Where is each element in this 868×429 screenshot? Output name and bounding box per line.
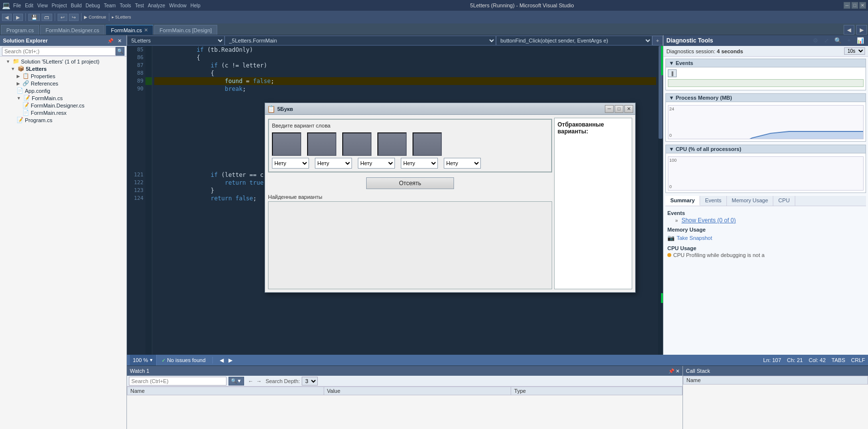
menu-debug[interactable]: Debug — [85, 3, 100, 8]
menu-tools[interactable]: Tools — [120, 3, 131, 8]
menu-view[interactable]: View — [37, 3, 48, 8]
method-dropdown[interactable]: buttonFind_Click(object sender, EventArg… — [496, 36, 652, 45]
letter-dropdown-3[interactable]: Нету — [358, 158, 395, 169]
status-zoom[interactable]: 100 % ▼ — [130, 355, 157, 365]
toolbar-forward[interactable]: ▶ — [13, 14, 23, 21]
letter-dropdown-5[interactable]: Нету — [444, 158, 481, 169]
class-dropdown[interactable]: 5Letters — [127, 36, 225, 45]
tab-scroll-left[interactable]: ◀ — [844, 25, 854, 35]
watch-header-row: Name Value Type — [127, 387, 682, 395]
menu-analyze[interactable]: Analyze — [148, 3, 165, 8]
watch-table: Name Value Type — [127, 386, 682, 429]
pause-button[interactable]: ‖ — [668, 69, 677, 77]
diag-tab-memory-usage[interactable]: Memory Usage — [727, 196, 774, 206]
tree-item-solution[interactable]: ▼ 📁 Solution '5Letters' (1 of 1 project) — [0, 58, 126, 65]
letter-input-3[interactable] — [342, 132, 372, 156]
status-bar: 100 % ▼ ✓ No issues found ◀ ▶ Ln: 107 Ch… — [127, 355, 868, 365]
app-maximize-button[interactable]: □ — [615, 105, 623, 113]
tree-item-5letters[interactable]: ▼ 📦 5Letters — [0, 65, 126, 72]
tree-item-references[interactable]: ▶ 🔗 References — [0, 80, 126, 87]
watch-pin-button[interactable]: 📌 — [668, 368, 674, 374]
toolbar-back[interactable]: ◀ — [2, 14, 12, 21]
show-events-link[interactable]: Show Events (0 of 0) — [682, 217, 736, 224]
letter-input-1[interactable] — [272, 132, 301, 156]
window-title: 5Letters (Running) - Microsoft Visual St… — [201, 2, 844, 8]
menu-project[interactable]: Project — [52, 3, 67, 8]
watch-search-input[interactable] — [129, 377, 227, 386]
letter-dropdown-4[interactable]: Нету — [401, 158, 438, 169]
tab-formmain-cs[interactable]: FormMain.cs ✕ — [105, 25, 153, 35]
letter-input-4[interactable] — [377, 132, 407, 156]
diag-tab-summary[interactable]: Summary — [665, 196, 700, 206]
callstack-panel: Call Stack Name — [682, 366, 868, 429]
diag-events-body: ‖ — [665, 67, 866, 90]
nav-add-button[interactable]: + — [652, 36, 663, 45]
tab-scroll-right[interactable]: ▶ — [856, 25, 867, 35]
minimize-button[interactable]: ─ — [844, 2, 850, 9]
toolbar-debug-text: ▶ Continue — [84, 15, 106, 20]
panel-close-button[interactable]: ✕ — [116, 37, 124, 44]
diag-memory-header[interactable]: ▼ Process Memory (MB) — [665, 93, 866, 102]
diag-detach-button[interactable]: ⤢ — [822, 36, 831, 45]
filter-button[interactable]: Отсеять — [366, 177, 454, 189]
editor-diag-row: 5Letters _5Letters.FormMain buttonFind_C… — [127, 35, 868, 355]
expand-arrow-icon: ▶ — [17, 81, 20, 86]
vs-title-bar: 💻 File Edit View Project Build Debug Tea… — [0, 0, 868, 11]
tree-item-formmain-designer[interactable]: 📝 FormMain.Designer.cs — [0, 102, 126, 109]
pin-button[interactable]: 📌 — [106, 37, 114, 44]
tree-item-properties[interactable]: ▶ 📋 Properties — [0, 72, 126, 80]
diag-tab-cpu[interactable]: CPU — [773, 196, 795, 206]
diag-zoomin-button[interactable]: + — [844, 36, 854, 45]
letter-dropdown-1[interactable]: Нету — [272, 158, 309, 169]
solution-search-input[interactable] — [2, 47, 116, 56]
results-label: Найденные варианты — [268, 194, 552, 200]
collapse-arrow-icon: ▼ — [669, 60, 674, 66]
tree-item-formmain-resx[interactable]: 📄 FormMain.resx — [0, 109, 126, 116]
letter-input-2[interactable] — [307, 132, 336, 156]
tab-program-cs[interactable]: Program.cs — [1, 25, 39, 35]
solution-search-button[interactable]: 🔍 — [116, 47, 124, 56]
toolbar-save[interactable]: 💾 — [28, 14, 40, 21]
watch-search-button[interactable]: 🔍▼ — [228, 377, 244, 386]
member-dropdown[interactable]: _5Letters.FormMain — [225, 36, 496, 45]
tree-item-program-cs[interactable]: 📝 Program.cs — [0, 116, 126, 124]
tab-formmain-designer[interactable]: FormMain.Designer.cs — [40, 25, 104, 35]
toolbar-undo[interactable]: ↩ — [58, 14, 67, 21]
menu-build[interactable]: Build — [71, 3, 82, 8]
tab-close-icon[interactable]: ✕ — [144, 27, 148, 33]
menu-edit[interactable]: Edit — [25, 3, 33, 8]
diag-events-header[interactable]: ▼ Events — [665, 59, 866, 67]
app-close-button[interactable]: ✕ — [624, 105, 633, 113]
letter-input-5[interactable] — [413, 132, 442, 156]
diag-settings-button[interactable]: ⚙ — [810, 36, 820, 45]
menu-file[interactable]: File — [13, 3, 21, 8]
diag-chart-button[interactable]: 📊 — [855, 36, 865, 45]
close-button[interactable]: ✕ — [859, 2, 866, 9]
take-snapshot-button[interactable]: 📷 Take Snapshot — [667, 234, 712, 242]
diag-cpu-header[interactable]: ▼ CPU (% of all processors) — [665, 145, 866, 153]
diag-tab-events[interactable]: Events — [700, 196, 727, 206]
diag-search-button[interactable]: 🔍 — [833, 36, 843, 45]
toolbar-redo[interactable]: ↪ — [69, 14, 79, 21]
nav-forward-icon[interactable]: ▶ — [228, 357, 232, 364]
results-box — [268, 201, 552, 289]
scroll-gutter[interactable] — [658, 46, 663, 355]
toolbar-saveall[interactable]: 🗃 — [41, 14, 52, 21]
tree-label: FormMain.cs — [32, 95, 63, 101]
tree-item-appconfig[interactable]: 📄 App.config — [0, 87, 126, 94]
tab-formmain-design[interactable]: FormMain.cs [Design] — [154, 25, 217, 35]
nav-back-icon[interactable]: ◀ — [220, 357, 224, 364]
search-depth-select[interactable]: 3 — [302, 377, 318, 386]
watch-close-button[interactable]: ✕ — [676, 368, 680, 374]
letter-dropdown-2[interactable]: Нету — [315, 158, 352, 169]
toolbar-sep1 — [25, 13, 26, 21]
diag-time-select[interactable]: 10s — [844, 47, 865, 55]
menu-help[interactable]: Help — [190, 3, 201, 8]
editor-right-wrapper: 5Letters _5Letters.FormMain buttonFind_C… — [127, 35, 868, 429]
tree-item-formmain-cs[interactable]: ▼ 📝 FormMain.cs — [0, 94, 126, 102]
app-minimize-button[interactable]: ─ — [605, 105, 614, 113]
maximize-button[interactable]: □ — [851, 2, 858, 9]
menu-window[interactable]: Window — [169, 3, 186, 8]
menu-test[interactable]: Test — [135, 3, 144, 8]
menu-team[interactable]: Team — [104, 3, 116, 8]
